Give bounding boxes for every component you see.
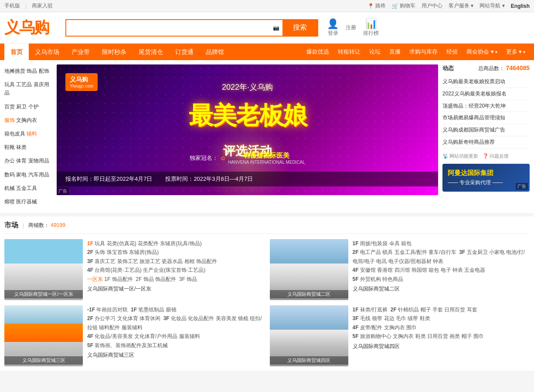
search-box: 📷 搜索 bbox=[65, 19, 318, 37]
search-button[interactable]: 搜索 bbox=[282, 19, 317, 37]
banner-year: 2022年·义乌购 bbox=[222, 82, 273, 92]
sidebar-item-7[interactable]: 办公 体育 宠物用品 bbox=[4, 154, 52, 168]
market-img-label-3: 义乌国际商贸城三区 bbox=[4, 356, 83, 365]
news-item-1[interactable]: 义乌购最美老板娘投票启动 bbox=[442, 76, 530, 88]
sponsor-brand-en: HANVENA INTERNATIONAL MEDICAL bbox=[228, 160, 305, 165]
market-info-3: -1F 年画挂历对联 1F 笔墨纸制品 眼镜 2F 办公学习 文化体育 体育休闲… bbox=[87, 305, 265, 366]
nav-home[interactable]: 首页 bbox=[4, 44, 29, 60]
sidebar-item-4[interactable]: 服饰 文胸内衣 bbox=[4, 114, 52, 127]
market-item-4: 义乌国际商贸城四区 1F 袜类/打底裤 2F 针棉织品 帽子 手套 日用百货 耳… bbox=[270, 305, 530, 366]
sidebar-item-6[interactable]: 鞋靴 袜类 bbox=[4, 141, 52, 154]
nav-clearance[interactable]: 尾货清仓 bbox=[133, 44, 169, 60]
nav-order-link[interactable]: 订货通 bbox=[169, 44, 200, 60]
banner-date1: 报名时间：即日起至2022年4月7日 bbox=[65, 175, 152, 183]
location-nav[interactable]: 📍 路终 bbox=[367, 2, 386, 10]
market-item-3: 义乌国际商贸城三区 -1F 年画挂历对联 1F 笔墨纸制品 眼镜 2F 办公学习… bbox=[4, 305, 265, 366]
sidebar-item-3[interactable]: 百货 厨卫 个护 bbox=[4, 100, 52, 114]
news-item-3[interactable]: 顶盛饰品：经营20年大乾坤 bbox=[442, 100, 530, 112]
market-img-label-4: 义乌国际商贸城四区 bbox=[270, 356, 348, 365]
top-bar-left: 手机版 | 商家入驻 bbox=[4, 2, 53, 10]
banner-date2: 投票时间：2022年3月8日—4月7日 bbox=[165, 175, 253, 183]
banner-logo-text: 义乌购 bbox=[70, 76, 93, 84]
nav-live[interactable]: 直播 bbox=[385, 44, 405, 60]
logo[interactable]: 义乌购 bbox=[4, 17, 57, 38]
site-update-link[interactable]: 📡 网站功能更新 bbox=[442, 153, 478, 159]
market-floor-3: -1F 年画挂历对联 1F 笔墨纸制品 眼镜 2F 办公学习 文化体育 体育休闲… bbox=[87, 305, 265, 350]
login-button[interactable]: 👤 登录 bbox=[327, 18, 339, 37]
banner-image[interactable]: 义乌购 Yiwugo.com 2022年·义乌购 最美老板娘 评选活动 独家冠名… bbox=[57, 64, 438, 195]
banner-ad-tag: 广告 bbox=[57, 187, 69, 195]
sidebar-item-8[interactable]: 数码 家电 汽车用品 bbox=[4, 168, 52, 182]
banner-logo: 义乌购 Yiwugo.com bbox=[65, 73, 98, 91]
sidebar-item-10[interactable]: 熔喷 医疗器械 bbox=[4, 195, 52, 209]
customer-service-nav[interactable]: 客户服务 ▾ bbox=[449, 2, 473, 10]
market-img-label-2: 义乌国际商贸城二区 bbox=[270, 290, 348, 298]
nav-brand-hall[interactable]: 品牌馆 bbox=[200, 44, 230, 60]
mobile-version[interactable]: 手机版 bbox=[4, 2, 20, 10]
market-label-3: 义乌国际商贸城三区 bbox=[87, 351, 265, 359]
language-english[interactable]: English bbox=[511, 3, 530, 9]
sidebar-item-2[interactable]: 玩具 工艺品 喜庆用品 bbox=[4, 78, 52, 100]
ad-banner-sub: —— 专业采购代理 —— bbox=[448, 179, 524, 186]
user-icon: 👤 bbox=[327, 18, 339, 30]
camera-icon[interactable]: 📷 bbox=[269, 25, 282, 31]
sidebar: 地摊挑货 饰品 配饰 玩具 工艺品 喜庆用品 百货 厨卫 个护 服饰 文胸内衣 … bbox=[4, 64, 52, 209]
market-img-3[interactable]: 义乌国际商贸城三区 bbox=[4, 305, 83, 366]
market-count: 商铺数： 49199 bbox=[28, 222, 65, 229]
sidebar-item-9[interactable]: 机械 五金工具 bbox=[4, 182, 52, 195]
banner-title: 最美老板娘 bbox=[189, 99, 306, 132]
logo-text: 义乌购 bbox=[4, 17, 57, 38]
ranking-icon: 📊 bbox=[365, 18, 377, 30]
nav-purchase[interactable]: 求购与库存 bbox=[405, 44, 442, 60]
market-grid: 义乌国际商贸城一区/一区东 1F 玩具 花类(仿真花) 花类配件 东辅房(玩具/… bbox=[4, 239, 530, 366]
right-panel-footer: 📡 网站功能更新 ❓ 问题反馈 bbox=[442, 153, 530, 159]
nav-industry-belt[interactable]: 产业带 bbox=[65, 44, 96, 60]
market-label-1: 义乌国际商贸城一区/一区东 bbox=[87, 285, 265, 293]
nav-more[interactable]: 更多 ▾ bbox=[502, 44, 530, 60]
header-right: 👤 登录 注册 📊 排行榜 bbox=[327, 18, 379, 37]
market-label-2: 义乌国际商贸城二区 bbox=[353, 285, 530, 293]
flower-icon bbox=[221, 155, 225, 162]
market-img-label-1: 义乌国际商贸城一区/一区东 bbox=[4, 290, 83, 298]
header: 义乌购 📷 搜索 👤 登录 注册 📊 排行榜 bbox=[0, 12, 534, 44]
market-label-4: 义乌国际商贸城四区 bbox=[353, 343, 530, 350]
nav-yiwu-market[interactable]: 义乌市场 bbox=[29, 44, 65, 60]
nav-right: 爆款优选 转租转让 论坛 直播 求购与库存 经侦 商会协会 ▾ 更多 ▾ bbox=[302, 44, 530, 60]
news-item-5[interactable]: 义乌购成都国际商贸城广告 bbox=[442, 124, 530, 136]
nav-transfer[interactable]: 转租转让 bbox=[333, 44, 365, 60]
market-title: 市场 bbox=[4, 221, 18, 230]
main-nav: 首页 义乌市场 产业带 限时秒杀 尾货清仓 订货通 品牌馆 爆款优选 转租转让 … bbox=[0, 44, 534, 60]
market-floor-1: 1F 玩具 花类(仿真花) 花类配件 东辅房(玩具/饰品) 2F 头饰 珠宝首饰… bbox=[87, 239, 265, 284]
nav-flash-sale[interactable]: 限时秒杀 bbox=[96, 44, 133, 60]
news-item-4[interactable]: 市场易燃易爆商品管理须知 bbox=[442, 112, 530, 124]
search-input[interactable] bbox=[66, 20, 269, 36]
banner-dates: 报名时间：即日起至2022年4月7日 投票时间：2022年3月8日—4月7日 bbox=[57, 172, 438, 186]
ad-tag: 广告 bbox=[516, 183, 528, 190]
nav-jingzhen[interactable]: 经侦 bbox=[442, 44, 462, 60]
news-item-2[interactable]: 2022义乌购最美老板娘报名 bbox=[442, 88, 530, 100]
cart-nav[interactable]: 🛒 购物车 bbox=[392, 2, 415, 10]
merchant-login[interactable]: 商家入驻 bbox=[32, 2, 53, 10]
news-item-6[interactable]: 义乌购新奇特商品推荐 bbox=[442, 136, 530, 149]
market-img-4[interactable]: 义乌国际商贸城四区 bbox=[270, 305, 348, 366]
feedback-link[interactable]: ❓ 问题反馈 bbox=[483, 153, 509, 159]
market-img-1[interactable]: 义乌国际商贸城一区/一区东 bbox=[4, 239, 83, 300]
register-button[interactable]: 注册 bbox=[346, 24, 356, 31]
nav-chamber[interactable]: 商会协会 ▾ bbox=[462, 44, 501, 60]
nav-hot-picks[interactable]: 爆款优选 bbox=[302, 44, 333, 60]
site-navigation-nav[interactable]: 网站导航 ▾ bbox=[480, 2, 504, 10]
market-info-2: 1F 雨披/包装袋 伞具 箱包 2F 电工产品 锁具 五金工具/配件 童车/自行… bbox=[353, 239, 530, 300]
ad-banner[interactable]: 阿曼达国际集团 —— 专业采购代理 —— 广告 bbox=[442, 164, 530, 192]
main-content: 地摊挑货 饰品 配饰 玩具 工艺品 喜庆用品 百货 厨卫 个护 服饰 文胸内衣 … bbox=[0, 60, 534, 213]
banner-area: 义乌购 Yiwugo.com 2022年·义乌购 最美老板娘 评选活动 独家冠名… bbox=[57, 64, 438, 195]
right-panel-header: 动态 总商品数： 7464085 bbox=[442, 64, 530, 72]
sidebar-item-5[interactable]: 箱包皮具 辅料 bbox=[4, 127, 52, 141]
nav-forum[interactable]: 论坛 bbox=[365, 44, 385, 60]
ranking-button[interactable]: 📊 排行榜 bbox=[363, 18, 379, 37]
right-panel-title: 动态 bbox=[442, 64, 454, 72]
market-img-2[interactable]: 义乌国际商贸城二区 bbox=[270, 239, 348, 300]
sidebar-item-1[interactable]: 地摊挑货 饰品 配饰 bbox=[4, 64, 52, 78]
user-center-nav[interactable]: 用户中心 bbox=[422, 2, 442, 10]
ad-banner-title: 阿曼达国际集团 bbox=[448, 169, 524, 177]
right-panel: 动态 总商品数： 7464085 义乌购最美老板娘投票启动 2022义乌购最美老… bbox=[442, 64, 530, 209]
